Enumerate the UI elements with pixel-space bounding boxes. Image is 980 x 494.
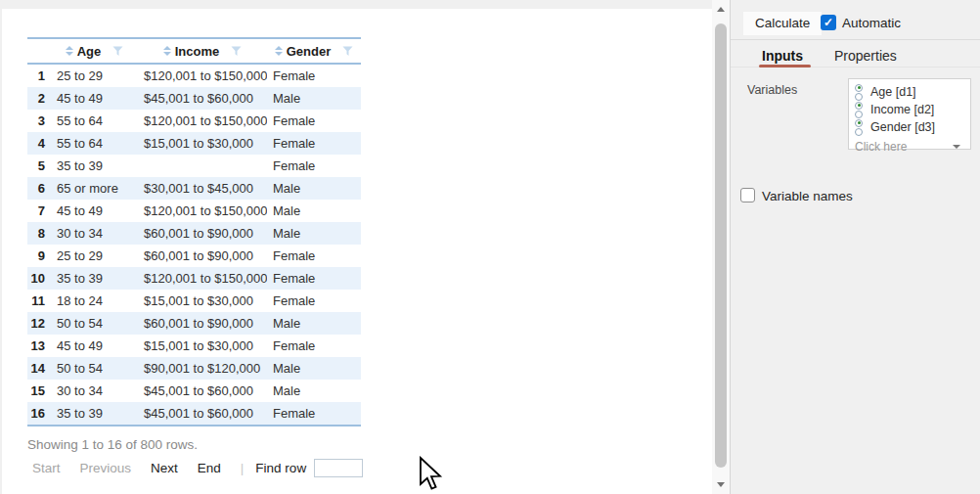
row-number: 13 (27, 335, 51, 357)
table-body: 125 to 29$120,001 to $150,000Female245 t… (27, 64, 361, 426)
variable-names-label: Variable names (762, 189, 853, 203)
table-row: 665 or more$30,001 to $45,000Male (27, 177, 361, 200)
scroll-down-icon[interactable] (717, 482, 725, 487)
cell-age: 35 to 39 (51, 267, 138, 290)
row-number: 5 (27, 155, 51, 177)
variable-names-checkbox[interactable] (740, 188, 755, 202)
cell-income: $90,001 to $120,000 (138, 357, 267, 380)
table-row: 1250 to 54$60,001 to $90,000Male (27, 312, 361, 335)
variables-box[interactable]: Age [d1]Income [d2]Gender [d3] Click her… (848, 78, 971, 150)
radio-unselected-icon[interactable] (855, 128, 863, 136)
table-row: 1530 to 34$45,001 to $60,000Male (27, 380, 361, 402)
table-row: 830 to 34$60,001 to $90,000Male (27, 222, 361, 245)
cell-age: 35 to 39 (51, 155, 138, 177)
cell-gender: Female (267, 245, 361, 267)
vertical-scrollbar[interactable] (712, 0, 730, 494)
row-number: 14 (27, 357, 51, 380)
cell-gender: Male (267, 380, 361, 402)
filter-funnel-icon[interactable] (112, 46, 123, 57)
sort-icon[interactable] (163, 46, 171, 56)
automatic-checkbox[interactable]: ✓ (821, 15, 836, 30)
column-label: Income (175, 44, 220, 59)
data-table: Age Income Gende (27, 37, 361, 427)
table-row: 245 to 49$45,001 to $60,000Male (27, 87, 361, 110)
variable-item-label: Gender [d3] (870, 120, 935, 134)
row-number: 15 (27, 380, 51, 402)
sort-icon[interactable] (66, 46, 73, 56)
column-header-income[interactable]: Income (138, 38, 267, 64)
table-row: 1035 to 39$120,001 to $150,000Female (27, 267, 361, 290)
variable-dropdown[interactable]: Click here (855, 139, 970, 155)
sort-icon[interactable] (275, 46, 283, 56)
cell-income: $120,001 to $150,000 (138, 110, 267, 132)
scroll-up-icon[interactable] (717, 7, 725, 12)
cell-gender: Female (267, 132, 361, 155)
cell-gender: Female (267, 64, 361, 87)
variable-item-label: Age [d1] (870, 85, 916, 99)
table-row: 1118 to 24$15,001 to $30,000Female (27, 290, 361, 312)
scrollbar-thumb[interactable] (715, 23, 727, 468)
table-row: 125 to 29$120,001 to $150,000Female (27, 64, 361, 87)
cell-income: $45,001 to $60,000 (138, 380, 267, 402)
cell-income: $15,001 to $30,000 (138, 335, 267, 357)
cell-age: 65 or more (51, 177, 138, 200)
next-button[interactable]: Next (151, 461, 178, 475)
row-number: 6 (27, 177, 51, 200)
cell-age: 25 to 29 (51, 245, 138, 267)
radio-selected-icon[interactable] (855, 119, 863, 127)
table-row: 745 to 49$120,001 to $150,000Male (27, 200, 361, 222)
cell-gender: Female (267, 335, 361, 357)
variables-label: Variables (747, 83, 797, 97)
filter-funnel-icon[interactable] (342, 46, 353, 57)
variables-list: Age [d1]Income [d2]Gender [d3] (855, 83, 970, 136)
object-inspector-panel: Calculate ✓ Automatic Inputs Properties … (730, 0, 980, 494)
cell-age: 45 to 49 (51, 87, 138, 110)
cell-gender: Female (267, 267, 361, 290)
tab-properties[interactable]: Properties (834, 48, 897, 64)
row-number: 2 (27, 87, 51, 110)
row-number: 7 (27, 200, 51, 222)
tab-inputs[interactable]: Inputs (762, 48, 803, 64)
row-number-header (27, 38, 51, 64)
filter-funnel-icon[interactable] (231, 46, 242, 57)
previous-button[interactable]: Previous (80, 461, 132, 475)
variable-item[interactable]: Income [d2] (855, 101, 970, 118)
cell-income: $15,001 to $30,000 (138, 290, 267, 312)
variable-item[interactable]: Gender [d3] (855, 118, 970, 136)
find-row-input[interactable] (314, 459, 363, 477)
cell-age: 55 to 64 (51, 110, 138, 132)
cell-gender: Male (267, 357, 361, 380)
radio-selected-icon[interactable] (855, 84, 863, 92)
variable-radio-pair-icon[interactable] (855, 102, 863, 118)
row-number: 1 (27, 64, 51, 87)
start-button[interactable]: Start (32, 461, 61, 475)
radio-selected-icon[interactable] (855, 102, 863, 110)
cell-income (138, 155, 267, 177)
variable-item[interactable]: Age [d1] (855, 83, 970, 101)
variable-radio-pair-icon[interactable] (855, 119, 863, 136)
table-row: 925 to 29$60,001 to $90,000Female (27, 245, 361, 267)
cell-gender: Female (267, 110, 361, 132)
column-header-gender[interactable]: Gender (267, 38, 361, 64)
table-row: 455 to 64$15,001 to $30,000Female (27, 132, 361, 155)
rows-summary: Showing 1 to 16 of 800 rows. (27, 437, 198, 452)
column-header-age[interactable]: Age (51, 38, 138, 64)
cell-age: 45 to 49 (51, 200, 138, 222)
cell-income: $15,001 to $30,000 (138, 132, 267, 155)
end-button[interactable]: End (198, 461, 221, 475)
cell-age: 50 to 54 (51, 357, 138, 380)
cell-income: $45,001 to $60,000 (138, 87, 267, 110)
cell-income: $30,001 to $45,000 (138, 177, 267, 200)
row-number: 10 (27, 267, 51, 290)
calculate-button[interactable]: Calculate (743, 12, 822, 35)
cell-gender: Male (267, 312, 361, 335)
radio-unselected-icon[interactable] (855, 111, 863, 118)
panel-separator (731, 39, 980, 40)
variable-radio-pair-icon[interactable] (855, 84, 863, 101)
radio-unselected-icon[interactable] (855, 93, 863, 101)
app-window: Age Income Gende (0, 0, 980, 494)
table-header-row: Age Income Gende (27, 38, 361, 64)
cell-age: 30 to 34 (51, 380, 138, 402)
cell-age: 18 to 24 (51, 290, 138, 312)
cell-income: $45,001 to $60,000 (138, 402, 267, 426)
